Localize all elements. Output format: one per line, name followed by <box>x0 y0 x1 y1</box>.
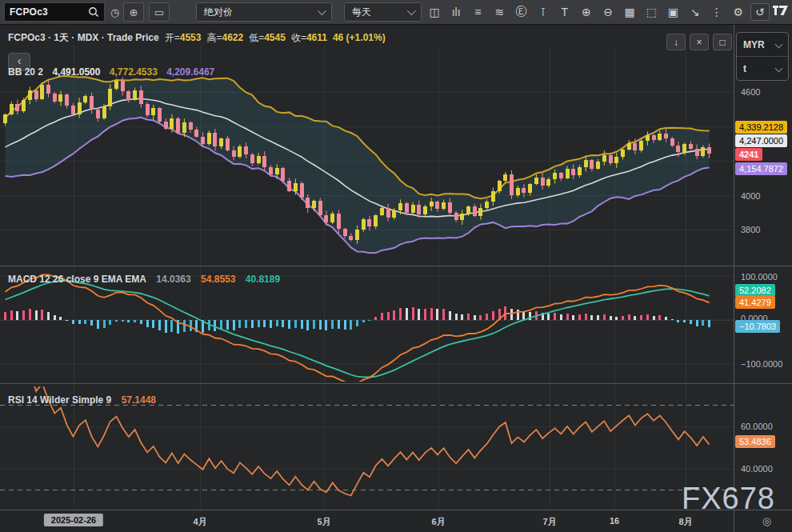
zoom-out-icon[interactable]: ⊖ <box>598 3 618 21</box>
bb-upper-value: 4,772.4533 <box>110 66 158 78</box>
macd-label: MACD 12 26 close 9 EMA EMA <box>8 274 146 285</box>
maximize-pane-button[interactable]: □ <box>713 34 732 50</box>
chart-style-icon[interactable]: ◫ <box>425 3 444 21</box>
move-pane-down-button[interactable]: ↓ <box>666 34 686 50</box>
tradingview-logo-icon[interactable] <box>772 5 789 19</box>
indicators-icon[interactable]: ılı <box>446 3 466 21</box>
symbol-description: FCPOc3 · 1天 · MDX · Trade Price <box>8 32 159 43</box>
time-axis-label: 16 <box>610 516 619 526</box>
unit-dropdown[interactable]: t <box>737 56 788 80</box>
rsi-axis-tick: 40.0000 <box>741 462 773 475</box>
macd-axis-tick: −100.0000 <box>741 358 782 370</box>
ohlc-label: 开= <box>165 32 180 43</box>
chevron-down-icon <box>318 6 326 15</box>
symbol-search-input[interactable]: FCPOc3 <box>4 2 105 22</box>
time-scale[interactable]: 2025-02-264月5月6月7月168月◎ <box>0 510 792 532</box>
change-value: 46 (+1.01%) <box>333 32 386 43</box>
economic-events-icon[interactable]: Ⓔ <box>512 3 531 21</box>
panel-icon[interactable]: ▣ <box>663 3 682 21</box>
ohlc-label: 高= <box>206 32 222 43</box>
time-axis-label: 8月 <box>678 516 692 528</box>
price-mode-value: 绝对价 <box>204 6 233 19</box>
unit-value: t <box>743 63 746 74</box>
bb-lower-value: 4,209.6467 <box>166 66 214 78</box>
compare-icon[interactable]: ≋ <box>490 3 509 21</box>
axis-separator <box>734 510 734 532</box>
symbol-search-value: FCPOc3 <box>10 6 48 18</box>
bb-legend-row[interactable]: BB 20 2 4,491.0500 4,772.4533 4,209.6467 <box>8 66 214 78</box>
time-axis-label: 5月 <box>317 516 330 528</box>
macd-line-value: 54.8553 <box>201 274 235 285</box>
price-mode-dropdown[interactable]: 绝对价 <box>196 2 332 22</box>
rsi-axis-tick: 60.0000 <box>741 420 773 433</box>
settings-icon[interactable]: ⚙ <box>729 3 748 21</box>
price-scale[interactable]: 4600400038004,339.21284,247.000042414,15… <box>734 24 792 510</box>
more-options-icon[interactable]: ⋮ <box>707 3 726 21</box>
pane-divider[interactable] <box>0 266 792 266</box>
search-icon <box>88 6 99 18</box>
zoom-in-icon[interactable]: ⊕ <box>577 3 596 21</box>
price-axis-tick: 4600 <box>741 86 760 98</box>
macd-axis-tick: 100.0000 <box>741 270 778 283</box>
rsi-value: 57.1448 <box>122 394 156 406</box>
snapshot-icon[interactable]: ⬚ <box>642 3 661 21</box>
folder-icon[interactable]: ▭ <box>149 2 170 22</box>
macd-axis-badge: 52.2082 <box>735 284 775 297</box>
pane-divider[interactable] <box>0 383 792 384</box>
chevron-down-icon <box>407 6 416 15</box>
interval-value: 每天 <box>352 6 371 19</box>
time-settings-icon[interactable]: ◎ <box>762 515 771 527</box>
price-axis-badge: 4,247.0000 <box>735 134 787 147</box>
ohlc-label: 低= <box>249 32 264 43</box>
price-axis-badge: 4,154.7872 <box>735 162 787 175</box>
bb-basis-value: 4,491.0500 <box>52 66 100 78</box>
time-axis-label: 7月 <box>542 516 556 528</box>
measure-icon[interactable]: ⊺ <box>534 3 553 21</box>
currency-value: MYR <box>743 39 765 50</box>
export-chart-icon[interactable]: ↘ <box>686 3 705 21</box>
layout-icon[interactable]: ≡ <box>468 3 487 21</box>
ohlc-value: 4622 <box>222 32 243 43</box>
symbol-legend-row[interactable]: FCPOc3 · 1天 · MDX · Trade Price开=4553高=4… <box>8 31 386 45</box>
table-icon[interactable]: ▦ <box>620 3 639 21</box>
text-tool-icon[interactable]: T <box>555 3 574 21</box>
bb-label: BB 20 2 <box>8 66 43 78</box>
tradingview-app: FCPOc3 ◷⊕▭ 绝对价 每天 ◫ılı≡≋Ⓔ⊺T⊕⊖▦⬚▣↘⋮⚙↺ FCP… <box>0 0 792 532</box>
undo-icon[interactable]: ↺ <box>750 3 770 21</box>
rsi-legend-row[interactable]: RSI 14 Wilder Simple 9 57.1448 <box>8 394 156 406</box>
macd-axis-badge: −10.7803 <box>735 320 780 333</box>
ohlc-value: 4553 <box>180 32 202 43</box>
time-axis-label: 4月 <box>193 516 206 528</box>
chevron-down-icon <box>775 65 783 73</box>
toolbar-icon-strip: ◫ılı≡≋Ⓔ⊺T⊕⊖▦⬚▣↘⋮⚙↺ <box>425 0 789 24</box>
top-toolbar: FCPOc3 ◷⊕▭ 绝对价 每天 ◫ılı≡≋Ⓔ⊺T⊕⊖▦⬚▣↘⋮⚙↺ <box>0 0 792 25</box>
currency-unit-panel: MYR t <box>736 32 789 81</box>
rsi-axis-badge: 53.4836 <box>735 435 775 448</box>
rsi-label: RSI 14 Wilder Simple 9 <box>8 394 111 406</box>
ohlc-value: 4545 <box>264 32 286 43</box>
chart-region: FCPOc3 · 1天 · MDX · Trade Price开=4553高=4… <box>0 24 792 532</box>
macd-hist-value: 14.0363 <box>156 274 190 285</box>
add-symbol-icon[interactable]: ⊕ <box>123 2 144 22</box>
price-axis-badge: 4,339.2128 <box>735 121 787 134</box>
price-axis-tick: 3800 <box>741 223 760 236</box>
time-axis-label: 6月 <box>431 516 445 528</box>
chevron-down-icon <box>775 41 783 49</box>
macd-axis-badge: 41.4279 <box>735 296 775 309</box>
price-axis-tick: 4000 <box>741 190 760 202</box>
interval-dropdown[interactable]: 每天 <box>344 2 422 22</box>
date-range-badge[interactable]: 2025-02-26 <box>44 514 103 526</box>
ohlc-value: 4611 <box>306 32 327 43</box>
currency-dropdown[interactable]: MYR <box>737 33 788 56</box>
ohlc-label: 收= <box>291 32 306 43</box>
price-axis-badge: 4241 <box>735 148 762 161</box>
collapse-pane-button[interactable]: × <box>690 34 709 50</box>
macd-legend-row[interactable]: MACD 12 26 close 9 EMA EMA 14.0363 54.85… <box>8 274 280 285</box>
chart-canvas[interactable] <box>0 24 734 510</box>
pane-control-buttons: ↓×□ <box>666 34 732 50</box>
macd-signal-value: 40.8189 <box>246 274 280 285</box>
clock-icon[interactable]: ◷ <box>110 2 119 22</box>
